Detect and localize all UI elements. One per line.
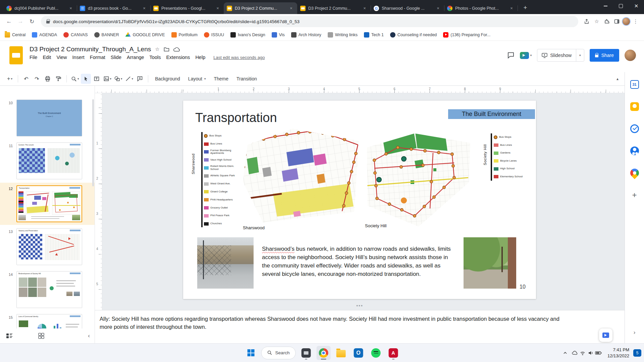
filmstrip-slide-14[interactable]: 14 Redevelopment of Society Hill xyxy=(0,268,95,311)
filmstrip-list[interactable]: 10 The Built Environment Chapter 2 11 Co… xyxy=(0,86,95,328)
insert-image-button[interactable]: ▾ xyxy=(102,74,113,84)
browser-tab[interactable]: Photos - Google Phot...× xyxy=(444,2,518,14)
bookmark-item[interactable]: Central xyxy=(5,32,25,38)
bookmark-item[interactable]: Portfolium xyxy=(171,32,198,38)
menu-help[interactable]: Help xyxy=(193,53,208,61)
star-icon[interactable]: ☆ xyxy=(155,46,159,52)
print-button[interactable] xyxy=(43,74,53,84)
menu-format[interactable]: Format xyxy=(87,53,108,61)
theme-button[interactable]: Theme xyxy=(210,74,232,84)
add-addon-icon[interactable]: + xyxy=(630,191,639,199)
join-call-button[interactable]: ▾ xyxy=(520,52,532,59)
slideshow-options-caret[interactable]: ▾ xyxy=(576,49,584,61)
close-button[interactable]: ✕ xyxy=(629,0,644,12)
last-edit-link[interactable]: Last edit was seconds ago xyxy=(213,55,265,60)
browser-tab[interactable]: dcj004 Publisher Publ...× xyxy=(3,2,77,14)
minimize-button[interactable] xyxy=(598,0,613,12)
menu-extensions[interactable]: Extensions xyxy=(163,53,193,61)
contacts-icon[interactable] xyxy=(630,146,639,155)
menu-arrange[interactable]: Arrange xyxy=(124,53,147,61)
browser-tab-active[interactable]: D3 Project 2 Commu...× xyxy=(224,2,297,14)
bookmark-item[interactable]: CANVAS xyxy=(63,32,88,38)
taskbar-file-explorer[interactable] xyxy=(334,346,348,360)
sharswood-photo[interactable] xyxy=(197,237,254,289)
slide-thumbnail[interactable]: Context: The Lincoln xyxy=(16,142,82,179)
insert-comment-button[interactable] xyxy=(135,74,145,84)
omnibox[interactable]: docs.google.com/presentation/d/1JToBDFjr… xyxy=(41,16,578,27)
slide-thumbnail[interactable]: Vacancy and Preservation xyxy=(16,228,82,265)
filmstrip-slide-11[interactable]: 11 Context: The Lincoln xyxy=(0,140,95,182)
select-tool-button[interactable] xyxy=(81,74,91,84)
sharswood-caption[interactable]: Sharswood xyxy=(243,225,265,230)
comment-history-icon[interactable] xyxy=(507,52,515,59)
tab-close-icon[interactable]: × xyxy=(215,5,221,11)
menu-tools[interactable]: Tools xyxy=(147,53,164,61)
society-hill-caption[interactable]: Society Hill xyxy=(365,223,386,228)
collapse-panel-icon[interactable]: › xyxy=(634,329,636,336)
tab-close-icon[interactable]: × xyxy=(435,5,441,11)
tab-close-icon[interactable]: × xyxy=(288,5,294,11)
slide-canvas-area[interactable]: 1 2 3 4 5 6 7 8 9 1 2 3 4 5 xyxy=(95,86,625,310)
tasks-icon[interactable] xyxy=(630,124,639,133)
notification-badge[interactable]: 5 xyxy=(633,349,641,357)
paint-format-button[interactable] xyxy=(53,74,63,84)
bookmark-item[interactable]: Vis xyxy=(272,32,285,38)
new-tab-button[interactable]: + xyxy=(520,3,530,13)
filmstrip-view-button[interactable] xyxy=(6,333,13,339)
browser-tab[interactable]: D3 Project 2 Commu...× xyxy=(297,2,371,14)
tab-close-icon[interactable]: × xyxy=(508,5,515,11)
transition-button[interactable]: Transition xyxy=(233,74,261,84)
grid-view-button[interactable] xyxy=(38,333,44,339)
society-hill-photo[interactable] xyxy=(464,237,516,289)
hide-menus-button[interactable]: ▴ xyxy=(616,76,619,81)
collapse-filmstrip-icon[interactable]: ‹ xyxy=(88,333,90,339)
menu-insert[interactable]: Insert xyxy=(70,53,87,61)
taskbar-search[interactable]: Search xyxy=(261,347,296,359)
bookmark-item[interactable]: Writing links xyxy=(328,32,358,38)
menu-file[interactable]: File xyxy=(27,53,40,61)
bookmark-item[interactable]: BANNER xyxy=(94,32,119,38)
browser-profile-avatar[interactable] xyxy=(622,17,631,26)
bookmark-item[interactable]: GOOGLE DRIVE xyxy=(125,32,165,38)
account-avatar[interactable] xyxy=(625,50,636,61)
tab-close-icon[interactable]: × xyxy=(141,5,147,11)
zoom-button[interactable]: ▾ xyxy=(70,74,80,84)
move-folder-icon[interactable] xyxy=(164,47,169,52)
filmstrip-slide-15[interactable]: 15 Loss of Communal Identity xyxy=(0,311,95,328)
slide-thumbnail[interactable]: Transportation xyxy=(16,185,82,222)
filmstrip-slide-10[interactable]: 10 The Built Environment Chapter 2 xyxy=(0,97,95,139)
start-button[interactable] xyxy=(244,346,258,360)
forward-button[interactable]: → xyxy=(15,16,26,27)
speaker-notes-text[interactable]: Ally: Society Hill has more options rega… xyxy=(100,315,562,331)
floating-extension-button[interactable] xyxy=(599,328,612,342)
tray-chevron-icon[interactable] xyxy=(563,352,567,354)
browser-menu-icon[interactable]: ⋮ xyxy=(631,16,641,26)
page-url[interactable]: docs.google.com/presentation/d/1JToBDFjr… xyxy=(53,19,300,24)
taskbar-app-window[interactable] xyxy=(299,346,313,360)
browser-tab[interactable]: d3 process book - Go...× xyxy=(77,2,150,14)
share-button[interactable]: Share xyxy=(590,49,619,62)
keep-icon[interactable] xyxy=(630,102,639,111)
back-button[interactable]: ← xyxy=(3,16,15,27)
lock-icon[interactable] xyxy=(46,21,50,23)
tray-status-icons[interactable] xyxy=(571,350,603,356)
bookmark-item[interactable]: Arch History xyxy=(291,32,321,38)
menu-view[interactable]: View xyxy=(54,53,69,61)
bookmark-item[interactable]: (136) Preparing For... xyxy=(443,32,490,38)
slide-body-text[interactable]: Sharswood’s bus network, in addition to … xyxy=(262,245,456,278)
bookmark-item[interactable]: Counseling if needed xyxy=(390,32,437,38)
society-hill-legend[interactable]: Society Hill Bus Stops Bus Lines Gardens… xyxy=(483,133,529,183)
slides-logo-icon[interactable] xyxy=(9,46,23,64)
taskbar-spotify[interactable] xyxy=(369,346,383,360)
new-slide-button[interactable]: +▾ xyxy=(5,74,15,84)
slideshow-button[interactable]: Slideshow ▾ xyxy=(537,49,584,62)
bookmark-item[interactable]: Ivano's Design xyxy=(230,32,265,38)
refresh-button[interactable]: ↻ xyxy=(26,16,38,27)
text-box-button[interactable] xyxy=(92,74,102,84)
undo-button[interactable]: ↶ xyxy=(21,74,31,84)
slide-thumbnail[interactable]: The Built Environment Chapter 2 xyxy=(16,100,82,136)
notes-resize-handle[interactable]: ••• xyxy=(356,303,363,308)
filmstrip-slide-12-selected[interactable]: 12 Transportation xyxy=(0,183,95,225)
side-panel-icon[interactable] xyxy=(612,16,622,26)
tab-close-icon[interactable]: × xyxy=(362,5,368,11)
